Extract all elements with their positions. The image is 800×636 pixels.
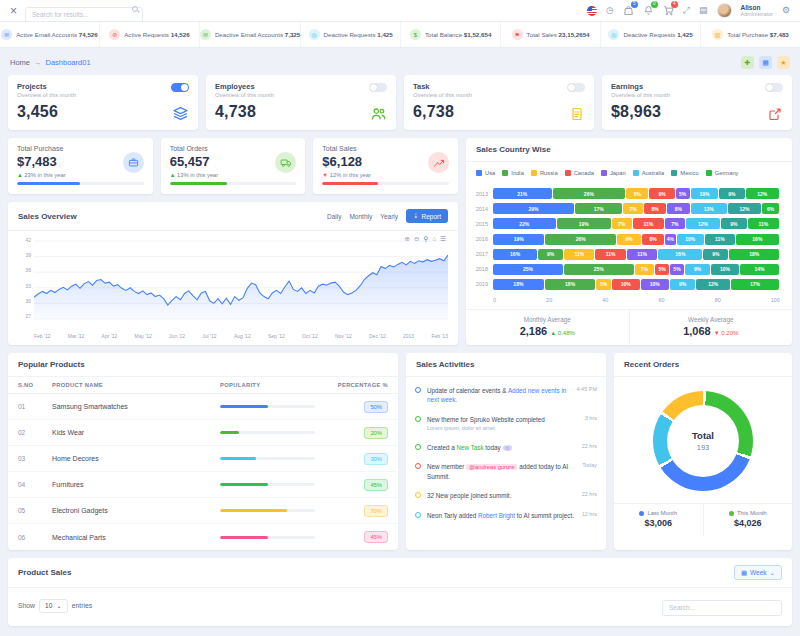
legend-value: $4,026	[704, 518, 793, 528]
page-size-control: Show 10 ⌄ entries	[18, 599, 92, 613]
total-card-delta: ▲ 13% in this year	[170, 172, 297, 178]
stacked-bar[interactable]: 25%25%7%5%5%9%10%14%	[493, 264, 780, 275]
product-sales-card: Product Sales ▦ Week ⌄ Show 10 ⌄ entries	[8, 558, 792, 626]
user-avatar[interactable]	[717, 3, 732, 18]
language-flag-icon[interactable]	[587, 6, 597, 16]
table-row[interactable]: 02Kids Wear20%	[8, 420, 398, 446]
legend-russia[interactable]: Russia	[531, 170, 558, 176]
progress-fill	[17, 182, 80, 185]
quick-action-star-button[interactable]: ★	[777, 56, 790, 69]
legend-japan[interactable]: Japan	[601, 170, 626, 176]
fullscreen-icon[interactable]: ⤢	[683, 6, 690, 15]
zoom-out-icon[interactable]: ⊖	[414, 235, 419, 243]
ticker-item[interactable]: ⚑Total Sales 23,15,2654	[501, 22, 601, 47]
stacked-bar-chart[interactable]: 201321%26%8%9%5%10%9%12%201429%17%7%8%8%…	[466, 180, 792, 294]
activity-item[interactable]: New member @andreas gurure added today t…	[415, 457, 597, 486]
range-daily[interactable]: Daily	[327, 213, 341, 220]
toggle-switch[interactable]	[171, 83, 189, 92]
search-icon	[132, 6, 138, 12]
table-row[interactable]: 01Samsung Smartwatches50%	[8, 394, 398, 420]
search-input[interactable]	[25, 7, 143, 22]
activity-item[interactable]: 32 New people joined summit.22 hrs	[415, 486, 597, 505]
activity-time: 22 hrs	[582, 491, 597, 500]
stacked-bar[interactable]: 22%19%7%11%7%12%9%11%	[493, 218, 780, 229]
stacked-bar[interactable]: 19%26%9%8%4%10%11%16%	[493, 234, 780, 245]
stacked-bar[interactable]: 18%18%5%10%10%9%12%17%	[493, 279, 780, 290]
home-icon[interactable]: ⌂	[432, 235, 436, 243]
toggle-switch[interactable]	[765, 83, 783, 92]
user-role: Administrator	[741, 11, 773, 17]
ticker-item[interactable]: ◎Deactive Requests 1,425	[301, 22, 401, 47]
messages-icon[interactable]: 5	[623, 5, 634, 16]
external-link-icon	[768, 107, 782, 121]
table-row[interactable]: 05Electroni Gadgets70%	[8, 498, 398, 524]
popular-products-card: Popular Products S.NOPRODUCT NAMEPOPULAR…	[8, 353, 398, 550]
selection-zoom-icon[interactable]: ⚲	[423, 235, 428, 243]
breadcrumb-home[interactable]: Home	[10, 58, 30, 67]
table-row[interactable]: 06Mechanical Parts45%	[8, 524, 398, 550]
activity-link[interactable]: New Task	[456, 444, 483, 451]
ticker-item[interactable]: ▥Total Purchase $7,483	[701, 22, 800, 47]
zoom-in-icon[interactable]: ⊕	[405, 235, 410, 243]
ticker-item[interactable]: ✉Active Email Accounts 74,526	[0, 22, 100, 47]
truck-icon	[275, 152, 296, 173]
legend-germany[interactable]: Germany	[706, 170, 739, 176]
bar-segment-canada: 9%	[649, 188, 674, 199]
ticker-item[interactable]: ⊘Active Requests 14,526	[100, 22, 200, 47]
download-icon: ⇣	[413, 212, 418, 220]
quick-action-add-button[interactable]: ✚	[741, 56, 754, 69]
close-icon[interactable]: ×	[10, 5, 17, 17]
stacked-bar[interactable]: 29%17%7%8%8%13%12%6%	[493, 203, 780, 214]
page-size-select[interactable]: 10 ⌄	[39, 599, 68, 613]
table-search-input[interactable]	[662, 600, 782, 616]
week-filter-button[interactable]: ▦ Week ⌄	[734, 565, 782, 580]
popularity-fill	[220, 431, 239, 434]
stacked-bar[interactable]: 21%26%8%9%5%10%9%12%	[493, 188, 780, 199]
activity-link[interactable]: Robert Bright	[478, 512, 515, 519]
toggle-switch[interactable]	[567, 83, 585, 92]
sales-overview-chart[interactable]: ⊕ ⊖ ⚲ ⌂ ☰ 423936333027 Feb '12Mar '12Apr…	[8, 231, 458, 345]
user-meta[interactable]: Alison Administrator	[741, 4, 773, 17]
settings-gear-icon[interactable]: ⚙	[782, 6, 790, 15]
total-card-progress	[17, 182, 144, 185]
report-button[interactable]: ⇣ Report	[406, 209, 448, 223]
chart-toolbar[interactable]: ⊕ ⊖ ⚲ ⌂ ☰	[405, 235, 446, 243]
bar-segment-usa: 18%	[493, 279, 544, 290]
stacked-bar[interactable]: 16%9%11%11%11%16%9%18%	[493, 249, 780, 260]
ticker-label: Total Sales 23,15,2654	[527, 31, 590, 38]
activity-item[interactable]: Neon Tarly added Robert Bright to AI sum…	[415, 506, 597, 525]
activity-item[interactable]: Created a New Task today ☺22 hrs	[415, 438, 597, 458]
range-yearly[interactable]: Yearly	[380, 213, 398, 220]
total-card-progress	[322, 182, 449, 185]
briefcase-icon	[123, 152, 144, 173]
bar-segment-mexico: 12%	[696, 279, 730, 290]
legend-canada[interactable]: Canada	[565, 170, 594, 176]
cart-icon[interactable]: 4	[663, 5, 674, 16]
legend-australia[interactable]: Australia	[633, 170, 665, 176]
ticker-item[interactable]: ◎Deactive Requests 1,425	[601, 22, 701, 47]
sales-activities-card: Sales Activities Update of calendar even…	[406, 353, 606, 550]
activity-item[interactable]: Update of calendar events & Added new ev…	[415, 381, 597, 410]
calendar-icon: ▦	[741, 569, 747, 577]
toggle-switch[interactable]	[369, 83, 387, 92]
table-row[interactable]: 04Furnitures45%	[8, 472, 398, 498]
activity-link[interactable]: @andreas gurure	[466, 464, 517, 470]
chart-line-icon	[428, 152, 449, 173]
activity-item[interactable]: New theme for Spruko Website completedLo…	[415, 410, 597, 438]
global-search[interactable]	[25, 3, 143, 18]
bar-segment-japan: 7%	[665, 218, 685, 229]
table-row[interactable]: 03Home Decores30%	[8, 446, 398, 472]
orders-donut-chart[interactable]: Total 193	[653, 391, 753, 491]
legend-india[interactable]: India	[502, 170, 524, 176]
ticker-item[interactable]: $Total Balance $1,52,654	[401, 22, 501, 47]
legend-mexico[interactable]: Mexico	[671, 170, 698, 176]
range-monthly[interactable]: Monthly	[349, 213, 372, 220]
legend-usa[interactable]: Usa	[476, 170, 495, 176]
ticker-item[interactable]: ✉Deactive Email Accounts 7,325	[200, 22, 301, 47]
stat-card-title: Task	[413, 82, 585, 91]
notifications-icon[interactable]: 0	[643, 5, 654, 16]
chart-menu-icon[interactable]: ☰	[440, 235, 446, 243]
sidebar-toggle-icon[interactable]: ▤	[699, 6, 708, 15]
quick-action-chart-button[interactable]: ▦	[759, 56, 772, 69]
clock-icon[interactable]: ◷	[606, 6, 614, 15]
